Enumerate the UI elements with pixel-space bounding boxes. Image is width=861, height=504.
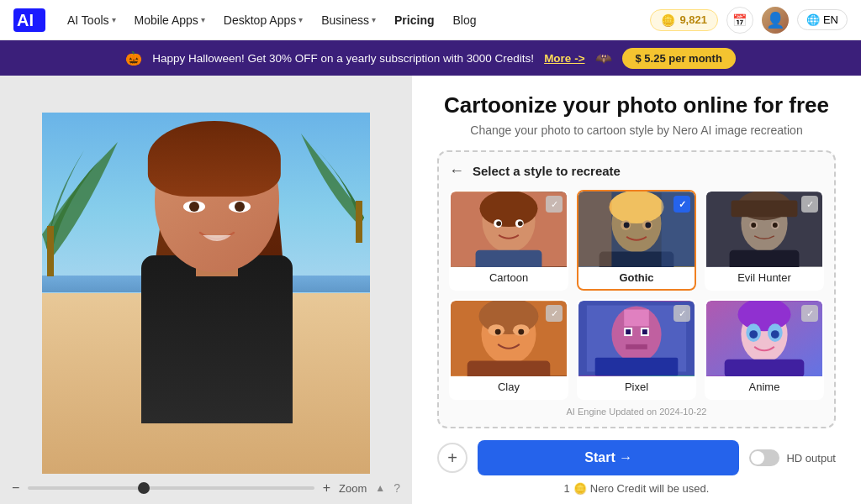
svg-point-10	[480, 192, 538, 227]
credits-badge[interactable]: 🪙 9,821	[650, 9, 718, 31]
svg-point-41	[518, 329, 524, 335]
help-icon[interactable]: ?	[394, 481, 400, 495]
bottom-actions: + Start → HD output	[437, 440, 836, 475]
zoom-bar: − + Zoom ▲ ?	[8, 474, 404, 496]
nav-items: AI Tools ▾ Mobile Apps ▾ Desktop Apps ▾ …	[59, 8, 643, 32]
halloween-emoji-left: 🎃	[125, 50, 142, 66]
right-panel: Cartoonize your photo online for free Ch…	[412, 76, 861, 504]
svg-rect-61	[725, 360, 805, 376]
credit-coin-icon: 🪙	[573, 482, 587, 495]
left-panel: Original: 928 × 1232 px Size: 633.3KB − …	[0, 76, 412, 504]
style-label-evil-hunter: Evil Hunter	[737, 267, 791, 289]
svg-point-12	[496, 221, 501, 226]
nav-desktop-apps[interactable]: Desktop Apps ▾	[215, 8, 311, 32]
add-button[interactable]: +	[437, 443, 467, 473]
style-card-cartoon[interactable]: ✓ Cartoon	[449, 190, 568, 291]
svg-point-33	[773, 223, 778, 228]
svg-point-18	[609, 192, 663, 223]
back-button[interactable]: ←	[449, 162, 464, 180]
svg-rect-51	[626, 344, 647, 349]
style-card-anime[interactable]: ✓ Anime	[705, 299, 824, 400]
style-card-gothic[interactable]: ✓ Gothic	[577, 190, 696, 291]
calendar-icon: 📅	[732, 13, 747, 27]
nav-blog[interactable]: Blog	[445, 8, 485, 32]
engine-note: AI Engine Updated on 2024-10-22	[449, 407, 824, 417]
chevron-down-icon: ▾	[372, 15, 376, 24]
main-content: Original: 928 × 1232 px Size: 633.3KB − …	[0, 76, 861, 504]
svg-rect-29	[732, 201, 798, 218]
style-label-gothic: Gothic	[619, 267, 653, 289]
style-selector-title: Select a style to recreate	[473, 164, 621, 178]
person-image	[108, 121, 326, 474]
nav-business[interactable]: Business ▾	[313, 8, 384, 32]
style-label-clay: Clay	[498, 376, 520, 398]
chevron-down-icon: ▾	[298, 15, 303, 24]
zoom-label: Zoom	[339, 482, 367, 495]
style-card-pixel[interactable]: ✓ Pixel	[577, 299, 696, 400]
hd-toggle-area: HD output	[749, 449, 836, 466]
svg-rect-2	[47, 226, 54, 276]
style-card-evil-hunter[interactable]: ✓ Evil Hunter	[705, 190, 824, 291]
language-selector[interactable]: 🌐 EN	[797, 9, 848, 30]
style-label-anime: Anime	[749, 376, 780, 398]
svg-point-20	[624, 223, 630, 228]
image-container: Original: 928 × 1232 px Size: 633.3KB	[42, 113, 370, 474]
check-icon-cartoon: ✓	[546, 196, 563, 213]
banner-link[interactable]: More ->	[544, 52, 584, 65]
nav-right: 🪙 9,821 📅 👤 🌐 EN	[650, 7, 848, 34]
svg-point-60	[771, 330, 779, 339]
photo-preview	[42, 113, 370, 474]
banner-cta-button[interactable]: $ 5.25 per month	[622, 48, 736, 69]
svg-text:AI: AI	[17, 11, 34, 29]
zoom-arrow-icon: ▲	[375, 482, 385, 494]
svg-rect-15	[476, 250, 542, 267]
svg-rect-34	[730, 250, 800, 267]
check-icon-anime: ✓	[801, 305, 818, 322]
promo-banner: 🎃 Happy Halloween! Get 30% OFF on a year…	[0, 40, 861, 76]
calendar-icon-btn[interactable]: 📅	[726, 7, 753, 34]
check-icon-evil-hunter: ✓	[801, 196, 818, 213]
toggle-knob	[751, 451, 764, 465]
svg-point-14	[518, 221, 523, 226]
zoom-in-icon[interactable]: +	[323, 480, 330, 496]
coin-icon: 🪙	[661, 13, 675, 27]
logo[interactable]: AI	[13, 8, 45, 32]
style-selector: ← Select a style to recreate	[437, 150, 836, 428]
hd-label: HD output	[786, 452, 836, 465]
svg-point-31	[751, 223, 756, 228]
nav-mobile-apps[interactable]: Mobile Apps ▾	[126, 8, 214, 32]
hd-toggle[interactable]	[749, 449, 779, 466]
check-icon-pixel: ✓	[673, 305, 690, 322]
zoom-out-icon[interactable]: −	[12, 480, 19, 496]
zoom-slider[interactable]	[28, 486, 314, 490]
chevron-down-icon: ▾	[112, 15, 116, 24]
nav-ai-tools[interactable]: AI Tools ▾	[59, 8, 124, 32]
credit-note: 1 🪙 Nero Credit will be used.	[564, 482, 710, 495]
style-label-cartoon: Cartoon	[489, 267, 528, 289]
banner-text: Happy Halloween! Get 30% OFF on a yearly…	[152, 52, 534, 65]
svg-rect-3	[356, 201, 362, 243]
svg-point-58	[749, 330, 758, 339]
svg-point-22	[645, 223, 651, 228]
start-button[interactable]: Start →	[478, 440, 739, 475]
navbar: AI AI Tools ▾ Mobile Apps ▾ Desktop Apps…	[0, 0, 861, 40]
svg-rect-42	[467, 361, 551, 376]
svg-rect-46	[624, 310, 649, 327]
globe-icon: 🌐	[806, 13, 820, 26]
page-title: Cartoonize your photo online for free	[444, 92, 829, 118]
chevron-down-icon: ▾	[201, 15, 205, 24]
svg-rect-24	[578, 192, 611, 267]
avatar[interactable]: 👤	[762, 7, 789, 34]
svg-rect-48	[626, 329, 631, 334]
svg-rect-50	[642, 329, 647, 334]
style-card-clay[interactable]: ✓ Clay	[449, 299, 568, 400]
style-label-pixel: Pixel	[625, 376, 648, 398]
nav-pricing[interactable]: Pricing	[386, 8, 442, 32]
check-icon-gothic: ✓	[673, 196, 690, 213]
page-subtitle: Change your photo to cartoon style by Ne…	[470, 123, 802, 137]
halloween-emoji-right: 🦇	[595, 50, 612, 66]
svg-point-39	[495, 329, 501, 335]
user-icon: 👤	[766, 11, 784, 29]
style-selector-header: ← Select a style to recreate	[449, 162, 824, 180]
svg-rect-52	[595, 358, 679, 376]
